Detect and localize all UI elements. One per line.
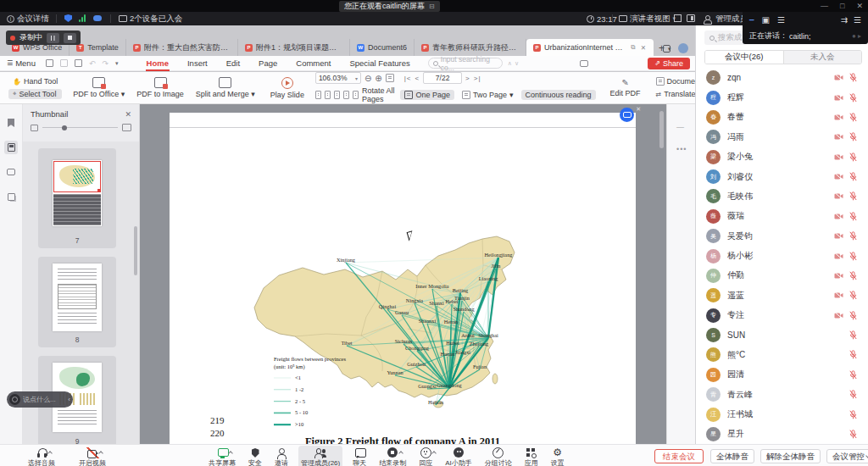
zoom-in-icon[interactable]: ⊕ xyxy=(375,74,381,83)
participant-row[interactable]: 遥 遥蓝 xyxy=(696,286,868,305)
wps-tab[interactable]: P附件1：规划项目课题指南.pdf xyxy=(238,39,350,56)
participant-row[interactable]: 熊 熊°C xyxy=(696,345,868,364)
more-actions-icon[interactable]: ▾ xyxy=(115,60,119,67)
share-button[interactable]: ⇗Share xyxy=(648,58,690,69)
layers-panel-icon[interactable] xyxy=(4,190,18,203)
two-page-button[interactable]: Two Page ▾ xyxy=(458,90,518,100)
prev-page-icon[interactable]: < xyxy=(415,75,420,82)
meeting-controls-button[interactable]: 会议管控 xyxy=(826,449,868,463)
participant-row[interactable]: 梁 梁小兔 xyxy=(696,147,868,167)
more-dots-icon[interactable]: ••• xyxy=(676,145,687,153)
print-icon[interactable] xyxy=(75,59,82,67)
zoom-out-icon[interactable]: ⊖ xyxy=(364,74,371,83)
wps-menu-button[interactable]: ☰Menu xyxy=(0,58,42,68)
participant-row[interactable]: 春 春蕾 xyxy=(696,108,868,127)
bottom-bar-headset-button[interactable]: 选择音频 xyxy=(25,446,58,466)
pdf-to-image-button[interactable]: PDF to Image xyxy=(131,77,190,98)
participant-row[interactable]: 杨 杨小彬 xyxy=(696,246,868,265)
view-tool-1-icon[interactable] xyxy=(315,91,321,99)
mute-all-button[interactable]: 全体静音 xyxy=(710,449,754,463)
save-icon[interactable] xyxy=(60,59,68,67)
fit-page-icon[interactable] xyxy=(386,74,394,82)
bottom-bar-ai-button[interactable]: AI小助手 xyxy=(442,446,475,466)
last-page-icon[interactable]: >| xyxy=(474,75,481,82)
menu-tab-insert[interactable]: Insert xyxy=(178,56,217,71)
wps-tab[interactable]: P附件：重大自然灾害防控与公共安 xyxy=(126,39,238,56)
participant-row[interactable]: 园 园清 xyxy=(696,365,868,385)
slider-knob[interactable] xyxy=(62,125,67,130)
rotate-left-icon[interactable] xyxy=(343,91,349,99)
bottom-bar-react-button[interactable]: 回应 xyxy=(416,446,435,466)
split-merge-button[interactable]: Split and Merge ▾ xyxy=(190,77,261,98)
thumbnail-panel-icon[interactable] xyxy=(4,141,18,154)
network-signal-icon[interactable] xyxy=(79,14,86,22)
participant-row[interactable]: 星 星升 xyxy=(696,424,868,444)
view-tool-3-icon[interactable] xyxy=(334,91,340,99)
participant-row[interactable]: 汪 汪书城 xyxy=(696,404,868,424)
collapse-dash-icon[interactable]: — xyxy=(676,123,684,131)
unmute-all-button[interactable]: 解除全体静音 xyxy=(760,449,821,463)
message-icon[interactable] xyxy=(580,60,588,67)
participant-row[interactable]: z zqn xyxy=(696,68,868,87)
select-tool-button[interactable]: ⌖Select Tool xyxy=(8,89,62,99)
first-page-icon[interactable]: |< xyxy=(404,75,412,82)
pause-recording-button[interactable] xyxy=(47,33,59,43)
float-minimize-icon[interactable]: ‒ xyxy=(749,15,754,25)
tab-close-icon[interactable]: ✕ xyxy=(640,44,647,52)
document-area[interactable]: XinjiangTibetQinghaiGansuInner MongoliaN… xyxy=(140,104,666,444)
participant-row[interactable]: 刘 刘睿仪 xyxy=(696,167,868,186)
close-button[interactable]: ✕ xyxy=(856,0,863,12)
float-menu-icon[interactable]: ☰ xyxy=(854,15,861,25)
tab-restore-icon[interactable]: ⧉ xyxy=(630,43,636,52)
stop-recording-button[interactable] xyxy=(64,33,76,43)
page-thumbnail-card[interactable]: 7 xyxy=(38,148,116,248)
open-file-icon[interactable] xyxy=(46,59,53,67)
wps-account-avatar[interactable] xyxy=(678,43,688,53)
maximize-button[interactable]: □ xyxy=(840,0,844,12)
participant-row[interactable]: 吴 吴爱钧 xyxy=(696,226,868,246)
continuous-reading-button[interactable]: Continuous reading xyxy=(521,90,596,100)
caption-toast[interactable]: 说点什么... ‹ xyxy=(7,391,73,408)
zoom-level-select[interactable]: 106.03%▾ xyxy=(315,72,361,84)
caption-collapse-icon[interactable]: ‹ xyxy=(64,396,70,403)
search-prev-next-icons[interactable]: ∧∨ xyxy=(508,60,521,67)
wps-search-box[interactable]: Input searching co... xyxy=(428,58,503,69)
toggle-panel-icon[interactable] xyxy=(687,14,695,22)
wps-tab[interactable]: P青年教师科研跃升路径分享.pp xyxy=(415,39,526,56)
fullscreen-icon[interactable] xyxy=(674,14,682,22)
manage-members-header[interactable]: 管理成员 xyxy=(704,12,748,25)
menu-tab-comment[interactable]: Comment xyxy=(287,56,340,71)
bottom-bar-breakout-button[interactable]: 分组讨论 xyxy=(482,446,515,466)
participant-row[interactable]: 薇 薇瑞 xyxy=(696,207,868,226)
ai-close-icon[interactable]: ✕ xyxy=(636,106,641,113)
tab-not-joined[interactable]: 未入会 xyxy=(784,51,862,64)
view-mode-button[interactable]: 演讲者视图 ▾ xyxy=(619,12,676,25)
hand-tool-button[interactable]: ✋Hand Tool xyxy=(8,76,62,86)
menu-tab-edit[interactable]: Edit xyxy=(217,56,249,71)
page-number-input[interactable]: 7/22 xyxy=(423,72,462,84)
undo-icon[interactable]: ↶ xyxy=(89,59,96,68)
menu-tab-home[interactable]: Home xyxy=(137,56,178,71)
tab-in-meeting[interactable]: 会议中(26) xyxy=(705,51,784,64)
close-thumbnail-panel-icon[interactable]: ✕ xyxy=(125,110,131,119)
bottom-bar-invite-button[interactable]: 邀请 xyxy=(272,446,291,466)
participant-row[interactable]: 仲 仲勤 xyxy=(696,266,868,286)
participant-row[interactable]: 毛 毛映伟 xyxy=(696,186,868,206)
participant-row[interactable]: S SUN xyxy=(696,325,868,345)
end-meeting-button[interactable]: 结束会议 xyxy=(654,449,704,463)
cloud-record-icon[interactable] xyxy=(93,15,102,21)
bottom-bar-stoprec-button[interactable]: 结束录制 xyxy=(376,446,409,466)
bottom-bar-members-button[interactable]: 管理成员(26) xyxy=(298,446,342,466)
minimize-button[interactable]: — xyxy=(821,0,828,12)
wps-window-restore-icon[interactable] xyxy=(663,45,670,53)
bookmark-panel-icon[interactable] xyxy=(4,116,18,130)
one-page-button[interactable]: One Page xyxy=(400,90,454,100)
banner-caption-icon[interactable]: ⊟ xyxy=(429,1,435,12)
thumbnail-size-slider[interactable] xyxy=(23,122,139,136)
wps-ai-floating-button[interactable] xyxy=(620,108,634,122)
bottom-bar-chat-button[interactable]: 聊天 xyxy=(350,446,369,466)
comment-panel-icon[interactable] xyxy=(4,165,18,179)
participant-row[interactable]: 青 青云峰 xyxy=(696,385,868,404)
wps-tab[interactable]: PUrbanizationInternet and I⧉✕ xyxy=(526,39,654,56)
meeting-details-button[interactable]: i 会议详情 xyxy=(7,12,49,25)
